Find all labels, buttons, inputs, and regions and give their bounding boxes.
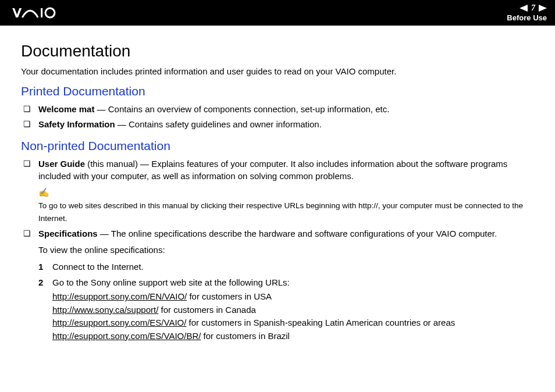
support-link-usa[interactable]: http://esupport.sony.com/EN/VAIO/ <box>52 291 187 301</box>
note-icon: ✍ <box>38 186 534 199</box>
note-block: ✍ To go to web sites described in this m… <box>38 186 534 224</box>
term: User Guide <box>38 159 85 169</box>
specs-sub: To view the online specifications: <box>38 244 534 256</box>
step-item: 1 Connect to the Internet. <box>52 260 534 273</box>
desc: — Contains an overview of components con… <box>94 104 389 114</box>
url-list: http://esupport.sony.com/EN/VAIO/ for cu… <box>52 290 534 343</box>
header-bar: 7 Before Use <box>0 0 555 26</box>
support-link-canada[interactable]: http://www.sony.ca/support/ <box>52 305 158 315</box>
desc: (this manual) — Explains features of you… <box>38 159 507 181</box>
url-suffix: for customers in USA <box>187 291 272 301</box>
url-row: http://www.sony.ca/support/ for customer… <box>52 304 534 317</box>
page-content: Documentation Your documentation include… <box>0 26 555 343</box>
term: Welcome mat <box>38 104 94 114</box>
header-right: 7 Before Use <box>507 3 547 22</box>
step-text: Connect to the Internet. <box>52 262 144 272</box>
section-label: Before Use <box>507 13 547 22</box>
url-suffix: for customers in Canada <box>158 305 256 315</box>
steps-list: 1 Connect to the Internet. 2 Go to the S… <box>38 260 534 343</box>
nonprinted-heading: Non-printed Documentation <box>21 139 534 153</box>
support-link-es[interactable]: http://esupport.sony.com/ES/VAIO/ <box>52 318 186 327</box>
list-item: Welcome mat — Contains an overview of co… <box>38 103 534 116</box>
intro-text: Your documentation includes printed info… <box>21 66 534 76</box>
nonprinted-list: User Guide (this manual) — Explains feat… <box>21 158 534 343</box>
url-row: http://esupport.sony.com/ES/VAIO/ for cu… <box>52 316 534 330</box>
printed-list: Welcome mat — Contains an overview of co… <box>21 103 534 131</box>
vaio-logo <box>12 6 76 19</box>
svg-rect-0 <box>41 8 42 17</box>
step-number: 2 <box>38 276 43 289</box>
url-row: http://esupport.sony.com/EN/VAIO/ for cu… <box>52 290 534 304</box>
svg-marker-3 <box>539 5 547 12</box>
list-item: User Guide (this manual) — Explains feat… <box>38 158 534 224</box>
url-suffix: for customers in Spanish-speaking Latin … <box>186 318 455 327</box>
url-row: http://esupport.sony.com/ES/VAIO/BR/ for… <box>52 330 534 343</box>
note-text: To go to web sites described in this man… <box>38 201 523 223</box>
prev-page-arrow-icon[interactable] <box>520 5 528 12</box>
page-number: 7 <box>531 3 535 13</box>
page-navigator: 7 <box>520 3 547 13</box>
step-text: Go to the Sony online support web site a… <box>52 277 290 287</box>
step-number: 1 <box>38 260 43 273</box>
page-title: Documentation <box>21 42 534 60</box>
url-suffix: for customers in Brazil <box>201 331 290 341</box>
list-item: Safety Information — Contains safety gui… <box>38 118 534 131</box>
term: Specifications <box>38 229 98 238</box>
desc: — Contains safety guidelines and owner i… <box>115 119 322 129</box>
svg-marker-2 <box>520 5 528 12</box>
printed-heading: Printed Documentation <box>21 84 534 98</box>
term: Safety Information <box>38 119 115 129</box>
support-link-br[interactable]: http://esupport.sony.com/ES/VAIO/BR/ <box>52 331 201 341</box>
step-item: 2 Go to the Sony online support web site… <box>52 276 534 343</box>
list-item: Specifications — The online specificatio… <box>38 227 534 343</box>
desc: — The online specifications describe the… <box>98 229 497 238</box>
svg-point-1 <box>45 8 55 17</box>
next-page-arrow-icon[interactable] <box>539 5 547 12</box>
